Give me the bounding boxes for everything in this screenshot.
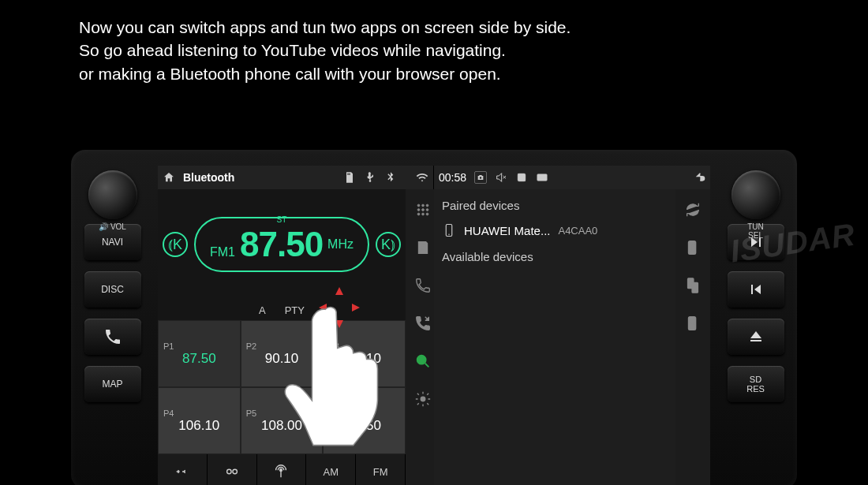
svg-point-4: [422, 204, 425, 207]
physical-left-panel: 🔊 VOL NAVI DISC MAP: [79, 197, 146, 402]
left-status-title: Bluetooth: [183, 171, 234, 184]
tune-knob[interactable]: [731, 170, 780, 219]
promo-line-1: Now you can switch apps and tun two apps…: [79, 16, 571, 39]
svg-point-11: [426, 213, 428, 215]
tune-row: ⦅K ST FM1 87.50 MHz K⦆: [158, 189, 406, 300]
bt-status-icon: [384, 171, 397, 184]
tune-label: TUNSEL: [722, 222, 789, 240]
prev-icon: [746, 280, 765, 299]
left-app-radio: Bluetooth ⦅K ST FM1 87.50: [158, 166, 434, 485]
available-header: Available devices: [442, 250, 668, 263]
paired-header: Paired devices: [442, 199, 668, 212]
svg-point-3: [417, 204, 420, 207]
pty-row: A PTY: [158, 300, 406, 320]
svg-point-0: [226, 469, 231, 474]
pty-a[interactable]: A: [259, 304, 266, 316]
wifi-status-icon: [416, 171, 428, 184]
bt-side-pair[interactable]: [675, 268, 710, 303]
preset-1[interactable]: P187.50: [158, 320, 241, 387]
frequency-unit: MHz: [327, 237, 354, 252]
phone-device-icon: [442, 223, 456, 237]
fm-button[interactable]: FM: [356, 454, 406, 485]
band-label: FM1: [210, 245, 235, 259]
right-app-bluetooth: 00:58 Paired devices HUAWEI Mate... A4CA…: [434, 166, 710, 485]
status-time: 00:58: [439, 171, 466, 184]
volume-knob[interactable]: [88, 170, 137, 219]
svg-rect-22: [692, 282, 698, 293]
home-icon[interactable]: [163, 171, 175, 184]
am-button[interactable]: AM: [306, 454, 356, 485]
preset-2[interactable]: P290.10: [241, 320, 324, 387]
tune-prev[interactable]: ⦅K: [163, 232, 188, 257]
svg-point-13: [417, 356, 426, 364]
mute-icon[interactable]: [495, 171, 507, 184]
radio-bottom-bar: AM FM: [158, 454, 406, 485]
preset-4[interactable]: P4106.10: [158, 387, 241, 454]
bt-main: Paired devices HUAWEI Mate... A4CAA0 Ava…: [434, 189, 675, 485]
frequency-value: 87.50: [240, 225, 323, 264]
screen-off-icon[interactable]: [536, 171, 548, 184]
svg-point-1: [233, 469, 238, 474]
physical-right-panel: TUNSEL SD RES: [722, 197, 789, 402]
bt-sidebar: [675, 189, 710, 485]
disc-button[interactable]: DISC: [84, 271, 141, 308]
svg-rect-16: [537, 174, 547, 181]
back-icon[interactable]: [693, 171, 705, 184]
antenna-button[interactable]: [257, 454, 307, 485]
svg-point-7: [422, 209, 425, 211]
svg-point-2: [280, 469, 282, 472]
prev-track-button[interactable]: [728, 271, 784, 308]
presets-grid: P187.50 P290.10 P398.10 P4106.10 P5108.0…: [158, 320, 406, 454]
svg-point-10: [422, 213, 425, 215]
svg-point-5: [426, 204, 428, 207]
svg-point-6: [417, 209, 420, 211]
bt-side-refresh[interactable]: [675, 192, 710, 227]
promo-line-2: So go ahead listening to YouTube videos …: [79, 39, 571, 62]
svg-point-18: [448, 234, 450, 236]
scan-button[interactable]: [158, 454, 208, 485]
svg-point-8: [426, 209, 428, 211]
paired-device-id: A4CAA0: [558, 225, 597, 237]
paired-device-name: HUAWEI Mate...: [464, 224, 550, 237]
loc-button[interactable]: [208, 454, 257, 485]
bt-side-delete[interactable]: [675, 306, 710, 341]
promo-line-3: or making a Bluetooth phone call with yo…: [79, 62, 571, 85]
eject-icon: [746, 327, 765, 346]
svg-point-12: [421, 244, 425, 248]
radio-main: ⦅K ST FM1 87.50 MHz K⦆ A: [158, 189, 406, 485]
volume-label: 🔊 VOL: [79, 222, 146, 231]
eject-button[interactable]: [728, 319, 784, 355]
head-unit-device: 🔊 VOL NAVI DISC MAP TUNSEL SD RE: [71, 150, 797, 485]
usb-status-icon: [364, 171, 376, 184]
tune-next[interactable]: K⦆: [376, 232, 401, 257]
frequency-display: ST FM1 87.50 MHz: [194, 217, 369, 272]
sd-res-button[interactable]: SD RES: [728, 366, 784, 402]
sd-status-icon: [343, 171, 356, 184]
preset-6[interactable]: P687.50: [323, 387, 406, 454]
left-statusbar: Bluetooth: [158, 166, 433, 189]
stereo-indicator: ST: [277, 215, 287, 224]
touch-indicator-left: [324, 292, 355, 323]
map-button[interactable]: MAP: [84, 366, 141, 402]
svg-point-9: [417, 213, 420, 215]
promo-text: Now you can switch apps and tun two apps…: [79, 16, 571, 85]
svg-point-14: [421, 397, 425, 401]
paired-device-row[interactable]: HUAWEI Mate... A4CAA0: [442, 218, 668, 242]
radio-body: ⦅K ST FM1 87.50 MHz K⦆ A: [158, 189, 433, 485]
svg-point-20: [690, 248, 694, 252]
pty-pty[interactable]: PTY: [285, 304, 305, 316]
hand-cursor-right: [855, 280, 868, 430]
brightness-icon[interactable]: [515, 171, 528, 184]
phone-button[interactable]: [84, 319, 141, 355]
right-statusbar: 00:58: [434, 166, 710, 189]
phone-icon: [103, 327, 122, 346]
camera-icon[interactable]: [474, 171, 487, 184]
preset-3[interactable]: P398.10: [323, 320, 406, 387]
preset-5[interactable]: P5108.00: [241, 387, 324, 454]
touchscreen: Bluetooth ⦅K ST FM1 87.50: [158, 166, 710, 485]
bt-body: Paired devices HUAWEI Mate... A4CAA0 Ava…: [434, 189, 710, 485]
bt-side-music[interactable]: [675, 230, 710, 265]
